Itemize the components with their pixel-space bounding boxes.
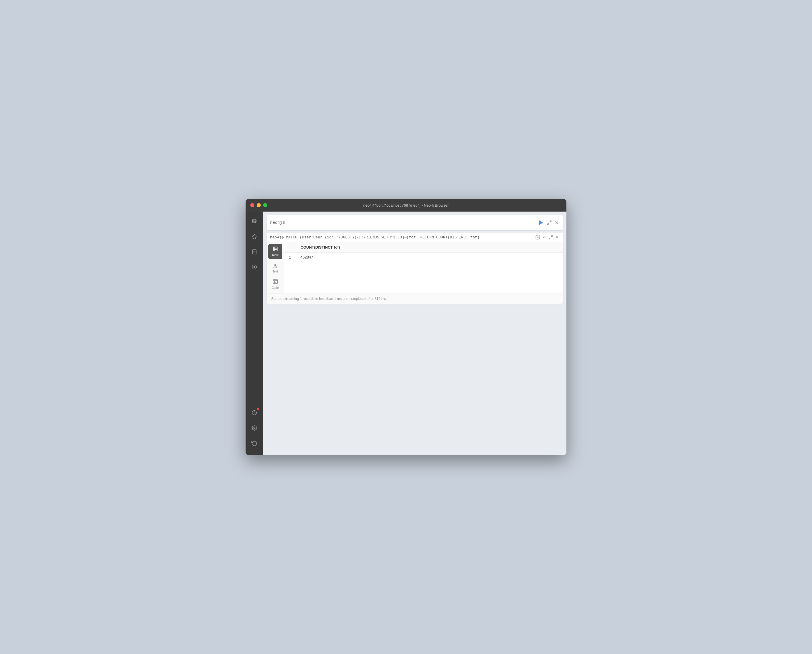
table-tab[interactable]: Table: [268, 244, 282, 259]
svg-marker-11: [539, 220, 543, 225]
maximize-button[interactable]: [263, 203, 267, 207]
result-query-display: neo4j$ MATCH (user:User {id: '73665'})-[…: [270, 235, 534, 240]
sync-icon[interactable]: [248, 437, 261, 449]
documents-icon[interactable]: [248, 245, 261, 258]
column-header-count: COUNT(DISTINCT fof): [296, 242, 563, 253]
table-icon: [273, 246, 278, 253]
text-icon: A: [273, 263, 277, 269]
help-icon[interactable]: ?: [248, 406, 261, 419]
close-button[interactable]: [250, 203, 254, 207]
svg-marker-1: [252, 234, 257, 239]
svg-rect-20: [273, 247, 277, 251]
code-tab-label: Code: [272, 286, 279, 289]
table-row: 1 462847: [284, 253, 563, 262]
query-actions: [538, 220, 559, 226]
sidebar: ?: [245, 212, 263, 455]
view-tabs: Table A Text: [267, 242, 284, 293]
result-header-actions: [536, 235, 559, 240]
text-tab[interactable]: A Text: [268, 260, 282, 275]
svg-rect-24: [273, 280, 277, 284]
result-table: COUNT(DISTINCT fof) 1 462847: [284, 242, 563, 262]
collapse-result-button[interactable]: [542, 235, 547, 240]
svg-text:?: ?: [253, 411, 255, 414]
result-body: Table A Text: [267, 242, 563, 293]
expand-result-button[interactable]: [548, 235, 553, 240]
svg-marker-7: [254, 266, 255, 268]
content-area: neo4j$: [263, 212, 567, 455]
title-bar: neo4j@bolt://localhost:7687/neo4j - Neo4…: [245, 199, 567, 212]
cell-count-value: 462847: [296, 253, 563, 262]
close-editor-button[interactable]: [554, 220, 559, 225]
row-number-cell: 1: [284, 253, 296, 262]
text-tab-label: Text: [273, 270, 278, 273]
svg-point-0: [252, 220, 256, 221]
code-icon: [273, 279, 278, 285]
result-status-bar: Started streaming 1 records in less than…: [267, 293, 563, 304]
close-result-button[interactable]: [555, 235, 559, 240]
query-bar: neo4j$: [267, 215, 563, 230]
favorites-icon[interactable]: [248, 230, 261, 243]
main-layout: ?: [245, 212, 567, 455]
svg-line-13: [547, 223, 548, 225]
settings-icon[interactable]: [248, 422, 261, 434]
svg-line-16: [551, 235, 552, 237]
query-prompt: neo4j$: [270, 220, 285, 225]
notification-badge: [257, 408, 259, 410]
svg-point-10: [254, 427, 255, 429]
svg-line-17: [549, 237, 550, 239]
code-tab[interactable]: Code: [268, 277, 282, 292]
traffic-lights: [250, 203, 267, 207]
app-window: neo4j@bolt://localhost:7687/neo4j - Neo4…: [245, 199, 567, 455]
table-tab-label: Table: [272, 254, 279, 257]
result-panel: neo4j$ MATCH (user:User {id: '73665'})-[…: [267, 232, 563, 304]
play-guides-icon[interactable]: [248, 261, 261, 274]
edit-query-button[interactable]: [536, 235, 540, 240]
query-input[interactable]: [286, 220, 538, 225]
expand-editor-button[interactable]: [547, 220, 552, 225]
minimize-button[interactable]: [257, 203, 261, 207]
table-result: COUNT(DISTINCT fof) 1 462847: [284, 242, 563, 293]
row-number-header: [284, 242, 296, 253]
sidebar-bottom: ?: [248, 405, 261, 453]
window-title: neo4j@bolt://localhost:7687/neo4j - Neo4…: [363, 203, 449, 208]
result-header: neo4j$ MATCH (user:User {id: '73665'})-[…: [267, 232, 563, 242]
database-icon[interactable]: [248, 215, 261, 228]
svg-line-12: [550, 221, 551, 222]
run-query-button[interactable]: [538, 220, 544, 226]
